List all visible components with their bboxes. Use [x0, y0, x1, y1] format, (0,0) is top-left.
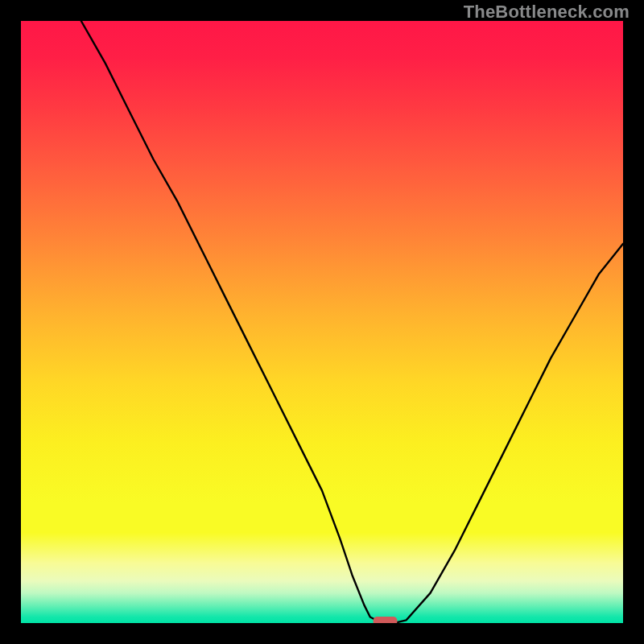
optimum-marker — [374, 617, 398, 623]
plot-area — [21, 21, 623, 623]
watermark: TheBottleneck.com — [464, 2, 630, 23]
bottleneck-curve — [21, 21, 623, 623]
chart-frame: TheBottleneck.com — [0, 0, 644, 644]
